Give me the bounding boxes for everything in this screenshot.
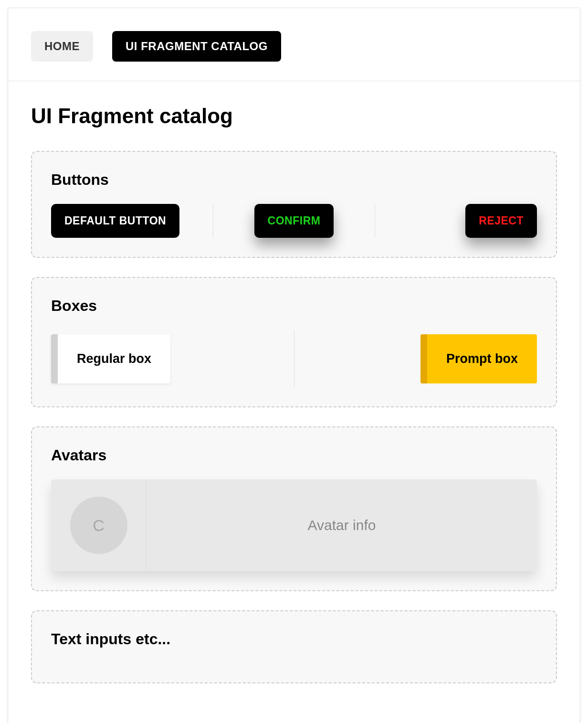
avatar: C bbox=[70, 497, 127, 554]
box-cell-prompt: Prompt box bbox=[294, 334, 537, 383]
top-nav: HOME UI FRAGMENT CATALOG bbox=[8, 8, 580, 81]
page-title: UI Fragment catalog bbox=[31, 104, 557, 128]
prompt-box-label: Prompt box bbox=[427, 334, 537, 383]
button-cell-reject: REJECT bbox=[375, 204, 537, 238]
boxes-section-title: Boxes bbox=[51, 297, 537, 315]
content-area: UI Fragment catalog Buttons DEFAULT BUTT… bbox=[8, 81, 580, 723]
avatar-initial: C bbox=[93, 516, 105, 535]
box-cell-regular: Regular box bbox=[51, 334, 294, 383]
avatar-info: Avatar info bbox=[147, 479, 537, 571]
buttons-section-title: Buttons bbox=[51, 171, 537, 189]
nav-catalog[interactable]: UI FRAGMENT CATALOG bbox=[112, 31, 281, 62]
button-cell-default: DEFAULT BUTTON bbox=[51, 204, 213, 238]
avatar-left: C bbox=[51, 479, 147, 571]
app-container: HOME UI FRAGMENT CATALOG UI Fragment cat… bbox=[8, 8, 580, 723]
button-row: DEFAULT BUTTON CONFIRM REJECT bbox=[51, 204, 537, 238]
prompt-box-accent bbox=[420, 334, 427, 383]
nav-home[interactable]: HOME bbox=[31, 31, 93, 62]
text-inputs-section-title: Text inputs etc... bbox=[51, 630, 537, 648]
button-cell-confirm: CONFIRM bbox=[213, 204, 375, 238]
text-inputs-section: Text inputs etc... bbox=[31, 610, 557, 683]
avatars-section: Avatars C Avatar info bbox=[31, 426, 557, 591]
reject-button[interactable]: REJECT bbox=[465, 204, 537, 238]
buttons-section: Buttons DEFAULT BUTTON CONFIRM REJECT bbox=[31, 151, 557, 258]
default-button[interactable]: DEFAULT BUTTON bbox=[51, 204, 179, 238]
avatars-section-title: Avatars bbox=[51, 447, 537, 464]
prompt-box: Prompt box bbox=[420, 334, 537, 383]
boxes-section: Boxes Regular box Prompt box bbox=[31, 277, 557, 407]
avatar-card: C Avatar info bbox=[51, 479, 537, 571]
box-row: Regular box Prompt box bbox=[51, 330, 537, 387]
confirm-button[interactable]: CONFIRM bbox=[254, 204, 334, 238]
regular-box: Regular box bbox=[51, 334, 170, 383]
regular-box-accent bbox=[51, 334, 58, 383]
regular-box-label: Regular box bbox=[58, 334, 170, 383]
